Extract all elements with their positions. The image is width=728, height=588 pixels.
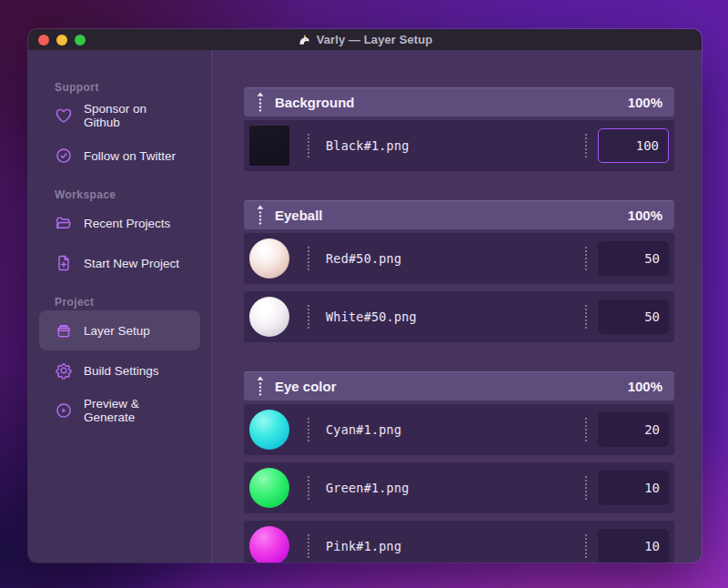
folder-icon [55, 214, 73, 232]
dotted-divider [585, 534, 587, 558]
traffic-lights [38, 29, 86, 50]
sidebar-item-sponsor-on-github[interactable]: Sponsor on Github [39, 96, 200, 136]
group-weight: 100% [628, 208, 662, 223]
layer-thumbnail-red-sphere [249, 238, 289, 279]
window-title: Varly — Layer Setup [317, 33, 433, 46]
sidebar-item-layer-setup[interactable]: Layer Setup [39, 310, 200, 350]
dotted-divider [308, 247, 309, 270]
sidebar-item-build-settings[interactable]: Build Settings [39, 350, 200, 390]
layer-thumbnail-pink [249, 526, 289, 563]
layer-group-eyeball: Eyeball 100% Red#50.png White#50.png [244, 200, 674, 342]
dotted-divider [585, 305, 587, 329]
layer-row: White#50.png [244, 291, 674, 342]
layer-thumbnail-black [249, 126, 289, 166]
dotted-divider [585, 418, 587, 441]
layer-row: Pink#1.png [244, 521, 674, 563]
archive-box-icon [55, 321, 73, 340]
dotted-divider [585, 476, 587, 500]
group-weight: 100% [628, 379, 662, 394]
layer-thumbnail-white-sphere [249, 297, 289, 337]
sidebar-item-label: Start New Project [84, 257, 179, 270]
title-bar[interactable]: Varly — Layer Setup [28, 29, 702, 50]
layer-filename: White#50.png [326, 309, 417, 324]
sidebar-item-recent-projects[interactable]: Recent Projects [39, 203, 200, 243]
close-button[interactable] [38, 35, 49, 46]
layer-thumbnail-cyan [249, 410, 289, 450]
gear-icon [55, 361, 73, 380]
layer-value-input[interactable] [598, 412, 669, 447]
play-circle-icon [55, 401, 73, 420]
sidebar-item-label: Sponsor on Github [84, 102, 185, 129]
heart-icon [55, 106, 73, 125]
drag-handle-icon[interactable] [256, 205, 265, 225]
layer-row: Red#50.png [244, 233, 674, 284]
app-window: Varly — Layer Setup Support Sponsor on G… [28, 29, 702, 563]
layer-row: Black#1.png [244, 120, 674, 171]
layer-filename: Green#1.png [326, 481, 410, 495]
drag-handle-icon[interactable] [256, 376, 265, 396]
window-title-wrap: Varly — Layer Setup [298, 33, 433, 46]
layer-filename: Red#50.png [326, 251, 401, 266]
group-header: Background 100% [244, 87, 674, 117]
layer-value-input[interactable] [598, 241, 669, 276]
sidebar-item-label: Follow on Twitter [84, 149, 176, 163]
layer-value-input[interactable] [598, 529, 669, 563]
layer-filename: Pink#1.png [326, 539, 401, 553]
layer-value-input[interactable] [598, 299, 669, 334]
sidebar-section-workspace: Workspace [39, 188, 200, 201]
minimize-button[interactable] [56, 35, 67, 46]
layer-filename: Cyan#1.png [326, 422, 401, 437]
dotted-divider [308, 534, 309, 558]
layer-row: Cyan#1.png [244, 404, 674, 455]
dotted-divider [308, 418, 309, 441]
group-title: Eyeball [275, 208, 323, 223]
dotted-divider [308, 305, 309, 329]
zoom-button[interactable] [75, 35, 86, 46]
unicorn-icon [298, 33, 311, 46]
sidebar-item-label: Recent Projects [84, 217, 170, 230]
dotted-divider [585, 247, 587, 270]
dotted-divider [308, 134, 309, 157]
dotted-divider [308, 476, 309, 500]
sidebar-item-label: Build Settings [84, 364, 159, 378]
sidebar-item-follow-on-twitter[interactable]: Follow on Twitter [39, 136, 200, 176]
layer-value-input[interactable] [598, 471, 669, 505]
layer-group-background: Background 100% Black#1.png [244, 87, 674, 171]
group-header: Eyeball 100% [244, 200, 674, 229]
layer-row: Green#1.png [244, 462, 674, 513]
sidebar-item-start-new-project[interactable]: Start New Project [39, 243, 200, 283]
drag-handle-icon[interactable] [256, 92, 265, 112]
sidebar-section-project: Project [39, 296, 200, 309]
layer-filename: Black#1.png [326, 138, 410, 153]
group-title: Background [275, 95, 355, 110]
sidebar: Support Sponsor on Github Follow on Twit… [28, 50, 212, 563]
badge-check-icon [55, 147, 73, 165]
layer-thumbnail-green [249, 468, 289, 508]
sidebar-section-support: Support [39, 81, 200, 94]
group-title: Eye color [275, 379, 337, 394]
document-plus-icon [55, 254, 73, 272]
sidebar-item-preview-generate[interactable]: Preview & Generate [39, 390, 200, 431]
group-weight: 100% [628, 95, 662, 110]
sidebar-item-label: Layer Setup [84, 324, 150, 338]
dotted-divider [585, 134, 587, 157]
layer-group-eye-color: Eye color 100% Cyan#1.png Green#1.png [244, 371, 674, 563]
sidebar-item-label: Preview & Generate [84, 397, 185, 424]
layer-setup-panel: Background 100% Black#1.png Eyeball [212, 50, 702, 563]
group-header: Eye color 100% [244, 371, 674, 400]
layer-value-input[interactable] [598, 128, 669, 163]
